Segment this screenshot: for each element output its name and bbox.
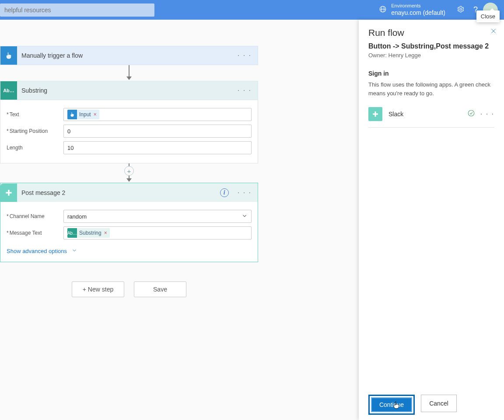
svg-point-7 (468, 110, 474, 116)
channel-label: Channel Name (7, 213, 63, 219)
trigger-card-header[interactable]: Manually trigger a flow · · · (0, 46, 258, 65)
substring-icon: Ab… (0, 81, 17, 100)
post-card-body: Channel Name random Message Text Ab… Sub… (0, 202, 258, 262)
svg-marker-4 (126, 76, 132, 80)
svg-marker-6 (126, 178, 132, 182)
env-label: Environments (391, 3, 445, 9)
close-icon (490, 28, 497, 36)
panel-title: Run flow (368, 28, 494, 38)
panel-flow-name: Button -> Substring,Post message 2 (368, 42, 494, 50)
environment-selector[interactable]: Environments enayu.com (default) (379, 3, 445, 17)
channel-select[interactable]: random (63, 210, 252, 223)
substring-start-label: Starting Position (7, 128, 63, 134)
post-title: Post message 2 (17, 189, 220, 196)
substring-title: Substring (17, 87, 231, 94)
signin-description: This flow uses the following apps. A gre… (368, 80, 494, 97)
connection-name: Slack (388, 111, 467, 118)
continue-button[interactable]: Continue (371, 397, 412, 412)
token-label: Substring (79, 230, 102, 236)
new-step-button[interactable]: + New step (72, 281, 124, 297)
panel-close-button[interactable] (490, 28, 497, 36)
connection-row-slack: Slack · · · (368, 107, 494, 128)
substring-menu[interactable]: · · · (231, 87, 258, 94)
slack-icon (0, 184, 17, 202)
manual-trigger-icon (0, 46, 17, 65)
message-label: Message Text (7, 230, 63, 236)
settings-button[interactable] (453, 5, 468, 15)
substring-card-header[interactable]: Ab… Substring · · · (0, 81, 258, 100)
add-step-button[interactable]: + (124, 166, 134, 176)
trigger-menu[interactable]: · · · (231, 52, 258, 59)
substring-text-input[interactable]: Input × (63, 108, 252, 121)
channel-value: random (67, 213, 87, 220)
substring-length-label: Length (7, 145, 63, 151)
gear-icon (457, 5, 465, 15)
chevron-down-icon (242, 213, 248, 220)
trigger-title: Manually trigger a flow (17, 52, 231, 59)
env-name: enayu.com (default) (391, 9, 445, 17)
input-token[interactable]: Input × (67, 110, 99, 119)
connection-menu[interactable]: · · · (480, 110, 494, 118)
signin-heading: Sign in (368, 70, 494, 77)
substring-text-label: Text (7, 111, 63, 118)
substring-icon: Ab… (67, 228, 77, 238)
slack-icon (368, 107, 382, 121)
cancel-button[interactable]: Cancel (421, 395, 457, 412)
run-flow-panel: Run flow Button -> Substring,Post messag… (359, 20, 504, 420)
panel-owner: Owner: Henry Legge (368, 52, 494, 59)
svg-point-2 (460, 8, 462, 10)
close-tooltip: Close (476, 10, 500, 22)
info-icon[interactable]: i (220, 188, 229, 197)
message-input[interactable]: Ab… Substring × (63, 226, 252, 240)
substring-token[interactable]: Ab… Substring × (67, 228, 110, 238)
substring-start-input[interactable]: 0 (63, 125, 252, 138)
substring-card-body: Text Input × Starting Position 0 Length … (0, 100, 258, 163)
post-menu[interactable]: · · · (231, 189, 258, 197)
token-remove[interactable]: × (104, 230, 107, 236)
arrow-icon (0, 65, 258, 81)
show-advanced-link[interactable]: Show advanced options (7, 247, 77, 255)
token-label: Input (79, 111, 91, 118)
chevron-down-icon (71, 247, 77, 255)
manual-trigger-icon (67, 110, 77, 119)
substring-length-input[interactable]: 10 (63, 141, 252, 154)
save-button[interactable]: Save (134, 281, 186, 297)
check-icon (467, 109, 475, 119)
search-input[interactable] (0, 3, 154, 17)
globe-icon (379, 5, 387, 15)
token-remove[interactable]: × (94, 111, 97, 118)
post-card-header[interactable]: Post message 2 i · · · (0, 183, 258, 202)
